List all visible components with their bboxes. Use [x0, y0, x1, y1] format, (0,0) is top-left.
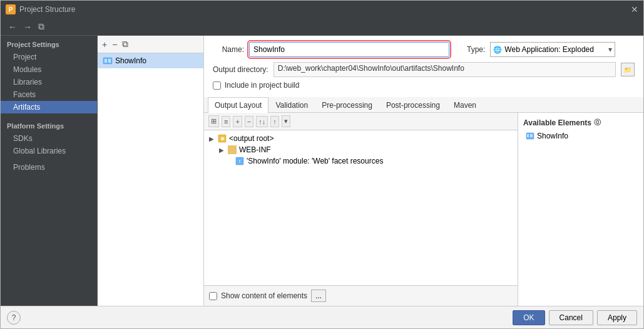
- show-content-row: Show content of elements ...: [204, 285, 518, 306]
- remove-artifact-button[interactable]: −: [110, 38, 119, 51]
- artifact-icon: [103, 56, 113, 66]
- sidebar-item-facets[interactable]: Facets: [1, 88, 97, 101]
- name-label: Name:: [213, 45, 244, 54]
- artifacts-toolbar: + − ⧉: [98, 36, 203, 53]
- svg-rect-9: [530, 134, 533, 137]
- include-in-build-label: Include in project build: [225, 81, 299, 90]
- tabs-bar: Output Layout Validation Pre-processing …: [204, 97, 643, 113]
- show-content-label: Show content of elements: [221, 291, 307, 300]
- ok-button[interactable]: OK: [513, 310, 544, 325]
- main-content: Project Settings Project Modules Librari…: [1, 36, 643, 306]
- output-root-icon: ⊕: [218, 134, 227, 143]
- help-button[interactable]: ?: [7, 311, 21, 325]
- output-layout-panel: ⊞ ≡ + − ↑↓ ↑ ▾ ▶ ⊕: [204, 113, 643, 306]
- svg-rect-2: [108, 59, 111, 63]
- artifacts-list-panel: + − ⧉ ShowInfo: [98, 36, 204, 306]
- layout-btn-up[interactable]: ↑: [270, 116, 279, 127]
- layout-btn-grid[interactable]: ⊞: [208, 115, 219, 127]
- tab-post-processing[interactable]: Post-processing: [379, 97, 447, 113]
- type-label: Type:: [467, 45, 485, 54]
- folder-icon: [228, 145, 237, 154]
- include-in-build-checkbox[interactable]: [213, 81, 221, 90]
- tab-pre-processing[interactable]: Pre-processing: [315, 97, 379, 113]
- close-button[interactable]: ✕: [631, 4, 638, 14]
- layout-btn-sort[interactable]: ↑↓: [256, 116, 268, 127]
- name-input-wrapper: [249, 42, 449, 57]
- name-row: Name: Type: 🌐 Web Application: Exploded …: [213, 42, 635, 57]
- layout-btn-remove[interactable]: −: [245, 116, 253, 127]
- available-elements-panel: Available Elements ⓪ ShowInfo: [518, 113, 643, 306]
- output-directory-value: D:\web_work\chapter04\ShowInfo\out\artif…: [273, 62, 616, 77]
- layout-btn-down[interactable]: ▾: [282, 115, 290, 127]
- name-input[interactable]: [249, 42, 449, 57]
- browse-output-button[interactable]: 📁: [621, 63, 635, 76]
- svg-text:f: f: [239, 159, 240, 164]
- arrow-icon: ▶: [219, 147, 225, 154]
- sidebar-item-global-libraries[interactable]: Global Libraries: [1, 145, 97, 157]
- tab-maven[interactable]: Maven: [447, 97, 483, 113]
- platform-settings-heading: Platform Settings: [1, 117, 97, 132]
- output-directory-label: Output directory:: [213, 65, 268, 74]
- layout-left-panel: ⊞ ≡ + − ↑↓ ↑ ▾ ▶ ⊕: [204, 113, 518, 306]
- module-file-icon: f: [235, 157, 244, 165]
- ellipsis-button[interactable]: ...: [311, 290, 326, 302]
- main-toolbar: ← → ⧉: [1, 18, 643, 36]
- available-help-icon[interactable]: ⓪: [594, 118, 601, 127]
- type-dropdown-arrow[interactable]: ▾: [608, 45, 612, 54]
- layout-btn-add[interactable]: +: [233, 116, 242, 127]
- artifact-item-showinfo[interactable]: ShowInfo: [98, 53, 203, 68]
- project-structure-window: P Project Structure ✕ ← → ⧉ Project Sett…: [0, 0, 644, 329]
- layout-tree: ▶ ⊕ <output root> ▶ WEB-INF: [204, 130, 518, 285]
- sidebar-item-problems[interactable]: Problems: [1, 161, 97, 174]
- tab-validation[interactable]: Validation: [268, 97, 315, 113]
- copy-button[interactable]: ⧉: [36, 20, 47, 33]
- forward-button[interactable]: →: [21, 21, 34, 33]
- app-icon: P: [6, 4, 16, 14]
- sidebar: Project Settings Project Modules Librari…: [1, 36, 98, 306]
- show-content-checkbox[interactable]: [209, 292, 217, 300]
- tree-item-showinfo-module[interactable]: ▶ f 'ShowInfo' module: 'Web' facet resou…: [204, 155, 518, 167]
- cancel-button[interactable]: Cancel: [549, 310, 593, 325]
- available-artifact-icon: [526, 132, 534, 140]
- include-in-build-row: Include in project build: [213, 81, 635, 90]
- output-directory-row: Output directory: D:\web_work\chapter04\…: [213, 62, 635, 77]
- add-artifact-button[interactable]: +: [100, 38, 109, 51]
- type-icon: 🌐: [493, 46, 502, 54]
- project-settings-heading: Project Settings: [1, 36, 97, 51]
- sidebar-item-sdks[interactable]: SDKs: [1, 132, 97, 145]
- sidebar-item-libraries[interactable]: Libraries: [1, 76, 97, 88]
- web-inf-label: WEB-INF: [239, 145, 271, 154]
- available-item-showinfo[interactable]: ShowInfo: [523, 130, 638, 142]
- window-title: Project Structure: [19, 5, 75, 14]
- main-panel: Name: Type: 🌐 Web Application: Exploded …: [204, 36, 643, 306]
- showinfo-module-label: 'ShowInfo' module: 'Web' facet resources: [247, 157, 383, 165]
- output-root-label: <output root>: [229, 134, 273, 143]
- apply-button[interactable]: Apply: [597, 310, 637, 325]
- tree-item-web-inf[interactable]: ▶ WEB-INF: [204, 144, 518, 155]
- type-value: Web Application: Exploded: [504, 45, 594, 54]
- title-bar: P Project Structure ✕: [1, 1, 643, 18]
- layout-toolbar: ⊞ ≡ + − ↑↓ ↑ ▾: [204, 113, 518, 130]
- copy-artifact-button[interactable]: ⧉: [120, 38, 130, 51]
- tab-output-layout[interactable]: Output Layout: [208, 97, 268, 113]
- svg-text:⊕: ⊕: [220, 136, 225, 142]
- tree-item-output-root[interactable]: ▶ ⊕ <output root>: [204, 133, 518, 144]
- bottom-bar: ? OK Cancel Apply: [1, 306, 643, 328]
- available-elements-label: Available Elements: [523, 118, 591, 127]
- arrow-icon: ▶: [209, 135, 215, 142]
- sidebar-item-modules[interactable]: Modules: [1, 63, 97, 76]
- sidebar-item-project[interactable]: Project: [1, 51, 97, 63]
- available-showinfo-label: ShowInfo: [537, 132, 568, 140]
- type-select[interactable]: 🌐 Web Application: Exploded ▾: [490, 42, 615, 57]
- available-elements-header: Available Elements ⓪: [523, 115, 638, 130]
- layout-btn-list[interactable]: ≡: [222, 116, 230, 127]
- svg-rect-1: [105, 59, 107, 63]
- svg-rect-8: [527, 134, 529, 137]
- back-button[interactable]: ←: [6, 21, 19, 33]
- sidebar-item-artifacts[interactable]: Artifacts: [1, 101, 97, 113]
- artifact-name: ShowInfo: [115, 56, 146, 65]
- main-form: Name: Type: 🌐 Web Application: Exploded …: [204, 36, 643, 97]
